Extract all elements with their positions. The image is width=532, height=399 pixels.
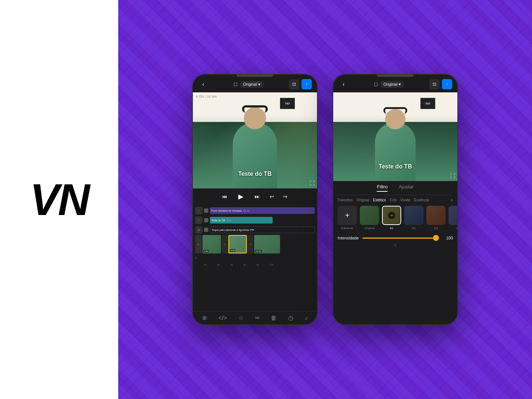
clip-thumb-1[interactable]: 2.8s (202, 235, 221, 253)
filter-a1-img[interactable]: − (382, 206, 401, 225)
categories-more[interactable]: ∧ (450, 198, 453, 202)
clip-add-start[interactable]: + (195, 235, 202, 253)
cat-favoritos[interactable]: Favoritos (338, 198, 353, 202)
filter-a2-inner (404, 206, 423, 225)
filter-export-button[interactable]: ↑ (442, 79, 452, 89)
volume-row: ♪ (193, 254, 317, 260)
filter-controls: Filtro Ajustar Favoritos Original Estéti… (333, 181, 457, 324)
filter-book-icon[interactable]: □ (374, 81, 377, 87)
text-add-btn[interactable]: + (204, 218, 208, 222)
filter-original[interactable]: Original (360, 206, 379, 230)
intensity-thumb[interactable] (433, 235, 439, 241)
intensity-slider[interactable] (362, 238, 439, 239)
toolbar-star[interactable]: ☆ (238, 314, 243, 321)
time-display: 4.33s / 19.34s (196, 95, 217, 98)
filter-original-img[interactable] (360, 206, 379, 225)
filter-headphones (383, 107, 407, 114)
filter-add-btn[interactable]: + (338, 206, 357, 225)
clip-add-mid-2[interactable]: + (248, 235, 253, 253)
ruler-4: 4s (230, 263, 233, 266)
phone2-notch (377, 75, 414, 77)
book-icon[interactable]: □ (234, 81, 237, 87)
save-button[interactable]: ⊡ (289, 79, 299, 89)
view-mode-button[interactable]: Original ▾ (240, 81, 263, 88)
text-track-row: T + Teste do TB 1.3s (193, 216, 317, 225)
toolbar-delete[interactable]: 🗑 (271, 315, 277, 321)
redo-button[interactable]: ↪ (281, 192, 290, 201)
clips-row: + 2.8s + 2.4s + 11.0s (193, 235, 317, 253)
phone-editor: ‹ □ Original ▾ ⊡ ↑ 747 (192, 74, 318, 325)
filter-a3-label: A3 (434, 226, 438, 230)
filter-747: 747 (420, 98, 435, 109)
toolbar-cut[interactable]: ✂ (255, 314, 260, 321)
filter-back-button[interactable]: ‹ (338, 79, 349, 89)
filter-expand-button[interactable]: ⛶ (450, 173, 455, 179)
filter-person-area (333, 115, 457, 181)
dropdown-icon: ▾ (258, 82, 260, 87)
filter-save-button[interactable]: ⊡ (429, 79, 440, 89)
clip-thumb-2[interactable]: 2.4s (228, 235, 247, 253)
back-button[interactable]: ‹ (198, 79, 208, 89)
expand-button[interactable]: ⛶ (310, 180, 315, 186)
toolbar-audio[interactable]: ♪ (305, 315, 308, 321)
filter-a3[interactable]: A3 (426, 206, 446, 230)
pip-track-label: Toque para adicionar a figurinha/ PIP (212, 229, 254, 231)
prev-button[interactable]: ⏮ (220, 192, 229, 201)
video-preview: 747 4.33s / 19.34s Teste do TB ⛶ (193, 92, 317, 188)
undo-button[interactable]: ↩ (267, 192, 276, 201)
toolbar-code[interactable]: </> (218, 315, 227, 321)
pip-track-bar[interactable]: Toque para adicionar a figurinha/ PIP (210, 226, 315, 233)
clip-2-label: 2.4s (230, 249, 235, 252)
clip-1-label: 2.8s (203, 250, 209, 253)
tab-filtro[interactable]: Filtro (377, 184, 388, 192)
export-button[interactable]: ↑ (301, 79, 312, 89)
filter-a4-inner (449, 206, 457, 225)
phone-screen: ‹ □ Original ▾ ⊡ ↑ 747 (193, 75, 317, 324)
filter-a4-img[interactable] (449, 206, 457, 225)
cat-vivido[interactable]: Vivido (400, 198, 410, 202)
clip-add-mid-1[interactable]: + (222, 235, 228, 253)
cat-estetico[interactable]: Estético (373, 198, 386, 202)
audio-track-bar[interactable]: From Humans for Humans 19.4s (210, 207, 315, 214)
filter-a2[interactable]: A2 (404, 206, 423, 230)
right-panel: ‹ □ Original ▾ ⊡ ↑ 747 (118, 0, 532, 399)
filter-video-content: 747 Teste do TB ⛶ (333, 92, 457, 181)
filter-a4[interactable]: A4 (449, 206, 457, 230)
audio-track-duration: 19.4s (243, 209, 249, 212)
filter-a1[interactable]: − A1 (382, 206, 401, 230)
text-track-icon: T (195, 216, 202, 224)
filter-video-preview: 747 Teste do TB ⛶ (333, 92, 457, 181)
collapse-button[interactable]: ∨ (338, 242, 453, 248)
filter-add[interactable]: + Adicionar (338, 206, 357, 230)
next-button[interactable]: ⏭ (253, 192, 262, 201)
play-button[interactable]: ▶ (235, 191, 247, 202)
audio-add-btn[interactable]: + (204, 208, 208, 213)
volume-icon[interactable]: ♪ (195, 255, 197, 259)
ruler-8: 8s (256, 263, 259, 266)
pip-add-btn[interactable]: + (204, 228, 208, 232)
filter-a1-label: A1 (390, 226, 393, 230)
ruler-0: 0s (204, 263, 207, 266)
tab-ajustar[interactable]: Ajustar (399, 184, 413, 192)
filter-a3-img[interactable] (426, 206, 446, 225)
cat-essencia[interactable]: Essência (414, 198, 429, 202)
text-track-bar[interactable]: Teste do TB 1.3s (210, 217, 273, 224)
filter-dropdown-icon: ▾ (399, 82, 401, 87)
filter-a2-img[interactable] (404, 206, 423, 225)
phone-notch (236, 75, 273, 77)
clip-thumb-3[interactable]: 11.0s (254, 235, 280, 253)
cat-crio[interactable]: Crio (390, 198, 396, 202)
filter-a4-label: A4 (456, 226, 457, 230)
view-mode-label: Original (243, 82, 257, 86)
toolbar-speed[interactable]: ◷ (288, 314, 293, 321)
pip-track-row: ⊞ + Toque para adicionar a figurinha/ PI… (193, 225, 317, 234)
cat-original[interactable]: Original (357, 198, 369, 202)
editor-header: ‹ □ Original ▾ ⊡ ↑ (193, 75, 317, 92)
ruler-2: 2s (217, 263, 219, 266)
person-area (193, 115, 317, 188)
left-panel: VN (0, 0, 118, 399)
bottom-toolbar: ⊕ </> ☆ ✂ 🗑 ◷ ♪ (193, 311, 317, 324)
toolbar-effects[interactable]: ⊕ (202, 314, 207, 321)
filter-a1-selected-icon: − (388, 212, 395, 219)
filter-view-mode[interactable]: Original ▾ (381, 81, 404, 88)
